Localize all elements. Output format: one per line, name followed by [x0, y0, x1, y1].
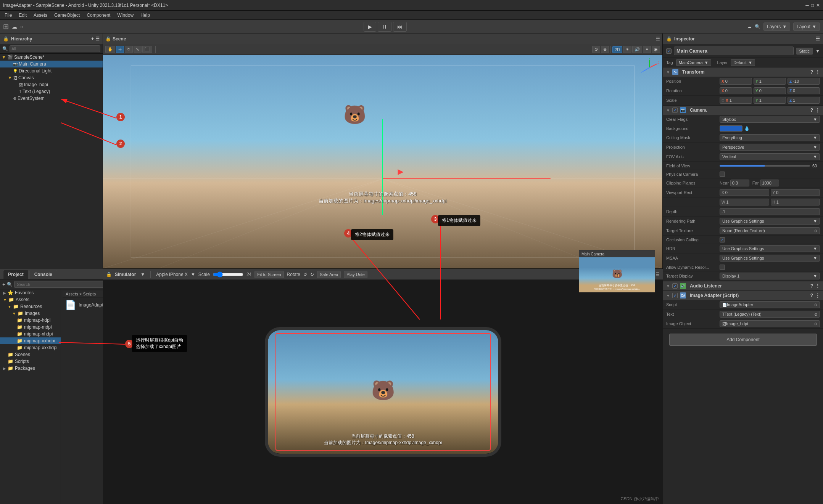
layers-dropdown[interactable]: Layers ▼ — [763, 22, 790, 31]
audio-btn[interactable]: 🔊 — [632, 46, 642, 53]
hierarchy-search-input[interactable] — [10, 45, 100, 52]
inspector-menu-icon[interactable]: ☰ — [816, 36, 820, 42]
adapter-active-checkbox[interactable] — [672, 293, 678, 298]
fit-to-screen-btn[interactable]: Fit to Screen — [254, 271, 283, 278]
images-folder[interactable]: ▼ 📁 Images — [0, 310, 61, 317]
project-tab[interactable]: Project — [3, 270, 29, 279]
transform-header[interactable]: ▼ ⤡ Transform ? ⋮ — [663, 67, 823, 77]
cloud-icon[interactable]: ☁ — [747, 24, 752, 29]
hierarchy-item-samplescene[interactable]: ▼ 🎬 SampleScene* — [0, 54, 103, 61]
camera-menu-icon[interactable]: ⋮ — [815, 108, 820, 113]
menu-gameobject[interactable]: GameObject — [51, 12, 83, 19]
maximize-btn[interactable]: □ — [811, 3, 814, 8]
scenes-folder[interactable]: 📁 Scenes — [0, 351, 61, 358]
rotate-left-icon[interactable]: ↺ — [303, 272, 307, 277]
static-button[interactable]: Static — [796, 48, 813, 55]
scripts-folder[interactable]: 📁 Scripts — [0, 358, 61, 365]
clear-flags-dropdown[interactable]: Skybox ▼ — [720, 116, 820, 123]
object-name-input[interactable]: Main Camera — [674, 47, 794, 55]
resources-folder[interactable]: ▼ 📁 Resources — [0, 303, 61, 310]
scale-y-field[interactable]: Y 1 — [754, 97, 786, 104]
scale-slider[interactable] — [213, 271, 243, 278]
mipmap-hdpi-folder[interactable]: 📁 mipmap-hdpi — [0, 317, 61, 324]
text-field[interactable]: T Text (Legacy) (Text) ⊙ — [720, 311, 820, 318]
console-tab[interactable]: Console — [29, 270, 57, 279]
hierarchy-add-btn[interactable]: + — [91, 36, 94, 42]
search-icon[interactable]: 🔍 — [755, 24, 760, 29]
projection-dropdown[interactable]: Perspective ▼ — [720, 144, 820, 151]
adapter-menu-icon[interactable]: ⋮ — [815, 293, 820, 298]
camera-active-checkbox[interactable] — [672, 108, 678, 113]
fx-btn[interactable]: ✦ — [643, 46, 651, 53]
camera-help-icon[interactable]: ? — [810, 108, 813, 113]
rotate-right-icon[interactable]: ↻ — [310, 272, 314, 277]
global-btn[interactable]: ⊕ — [601, 46, 609, 53]
background-color-swatch[interactable] — [720, 125, 742, 132]
near-field[interactable]: 0.3 — [730, 180, 749, 186]
culling-mask-dropdown[interactable]: Everything ▼ — [720, 134, 820, 141]
scale-tool-btn[interactable]: ⤡ — [134, 46, 142, 53]
mipmap-mdpi-folder[interactable]: 📁 mipmap-mdpi — [0, 324, 61, 331]
fov-slider[interactable] — [720, 165, 810, 167]
viewport-y-field[interactable]: Y 0 — [771, 189, 820, 196]
physical-camera-checkbox[interactable] — [720, 172, 725, 177]
script-field[interactable]: 📄 ImageAdapter ⊙ — [720, 301, 820, 308]
target-texture-circle-icon[interactable]: ⊙ — [814, 229, 817, 233]
script-circle-icon[interactable]: ⊙ — [814, 303, 817, 307]
menu-assets[interactable]: Assets — [31, 12, 50, 19]
depth-field[interactable]: -1 — [720, 208, 820, 215]
rendering-path-dropdown[interactable]: Use Graphics Settings ▼ — [720, 218, 820, 225]
hand-tool-btn[interactable]: ✋ — [105, 46, 115, 53]
2d-toggle[interactable]: 2D — [612, 46, 622, 53]
add-component-button[interactable]: Add Component — [669, 334, 817, 346]
viewport-h-field[interactable]: H 1 — [771, 199, 820, 205]
play-button[interactable]: ▶ — [364, 22, 376, 32]
image-adapter-header[interactable]: ▼ C# Image Adapter (Script) ? ⋮ — [663, 291, 823, 300]
object-active-checkbox[interactable] — [666, 48, 672, 54]
camera-header[interactable]: ▼ 📷 Camera ? ⋮ — [663, 106, 823, 115]
target-texture-dropdown[interactable]: None (Render Texture) ⊙ — [720, 227, 820, 234]
layout-dropdown[interactable]: Layout ▼ — [793, 22, 820, 31]
simulator-dropdown-icon[interactable]: ▼ — [140, 272, 145, 277]
hdr-dropdown[interactable]: Use Graphics Settings ▼ — [720, 245, 820, 252]
minimize-btn[interactable]: ─ — [805, 3, 809, 8]
audio-active-checkbox[interactable] — [672, 283, 678, 289]
position-x-field[interactable]: X 0 — [720, 78, 752, 85]
gizmos-btn[interactable]: ◉ — [652, 46, 660, 53]
account-icon[interactable]: ○ — [20, 24, 23, 30]
transform-help-icon[interactable]: ? — [810, 69, 813, 75]
far-field[interactable]: 1000 — [760, 180, 779, 186]
assets-folder[interactable]: ▼ 📁 Assets — [0, 296, 61, 303]
mipmap-xxxhdpi-folder[interactable]: 📁 mipmap-xxxhdpi — [0, 344, 61, 351]
play-unte-btn[interactable]: Play Unte — [344, 271, 367, 278]
layer-dropdown[interactable]: Default ▼ — [731, 59, 755, 66]
text-circle-icon[interactable]: ⊙ — [814, 312, 817, 316]
hierarchy-item-canvas[interactable]: ▼ 🖼 Canvas — [0, 74, 103, 81]
move-tool-btn[interactable]: ✛ — [116, 46, 124, 53]
mipmap-xxhdpi-folder[interactable]: 📁 mipmap-xxhdpi — [0, 337, 61, 344]
pivot-btn[interactable]: ⊙ — [592, 46, 600, 53]
background-eyedropper-icon[interactable]: 💧 — [744, 126, 750, 131]
audio-listener-header[interactable]: ▼ 🔊 Audio Listener ? ⋮ — [663, 281, 823, 291]
favorites-folder[interactable]: ▶ ⭐ Favorites — [0, 289, 61, 296]
target-display-dropdown[interactable]: Display 1 ▼ — [720, 273, 820, 279]
packages-folder[interactable]: ▶ 📁 Packages — [0, 365, 61, 372]
adapter-help-icon[interactable]: ? — [810, 293, 813, 298]
audio-menu-icon[interactable]: ⋮ — [815, 283, 820, 289]
fov-axis-dropdown[interactable]: Vertical ▼ — [720, 153, 820, 160]
pause-button[interactable]: ⏸ — [378, 22, 391, 32]
image-object-circle-icon[interactable]: ⊙ — [814, 322, 817, 326]
hierarchy-item-maincamera[interactable]: 📷 Main Camera — [0, 61, 103, 67]
hierarchy-item-directionallight[interactable]: 💡 Directional Light — [0, 67, 103, 74]
rotation-z-field[interactable]: Z 0 — [788, 87, 820, 94]
msaa-dropdown[interactable]: Use Graphics Settings ▼ — [720, 255, 820, 262]
close-btn[interactable]: ✕ — [816, 3, 820, 8]
lighting-btn[interactable]: ☀ — [623, 46, 631, 53]
project-add-btn[interactable]: + — [2, 281, 5, 287]
hierarchy-menu-icon[interactable]: ☰ — [95, 36, 100, 42]
viewport-w-field[interactable]: W 1 — [720, 199, 769, 205]
device-arrow-icon[interactable]: ▼ — [191, 272, 195, 277]
rotate-tool-btn[interactable]: ↻ — [125, 46, 133, 53]
viewport-x-field[interactable]: X 0 — [720, 189, 769, 196]
sim-menu-icon[interactable]: ☰ — [656, 272, 660, 277]
